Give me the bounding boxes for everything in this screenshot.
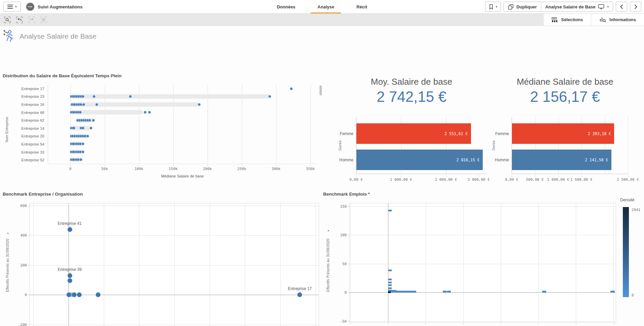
caret-down-icon: ▾ (496, 5, 498, 8)
density-bin[interactable] (388, 284, 392, 286)
data-point-label: Entreprise 41 (58, 221, 82, 226)
data-point-dot[interactable] (90, 127, 93, 130)
density-bin[interactable] (542, 291, 546, 292)
data-point-dot[interactable] (92, 119, 95, 122)
x-axis-tick-label: 350k (306, 167, 315, 171)
bookmark-icon (489, 4, 493, 10)
value-range-band[interactable] (71, 110, 143, 115)
previous-sheet-button[interactable] (616, 2, 627, 12)
step-back-selection-button[interactable] (15, 15, 24, 25)
global-menu-button[interactable]: ▾ (3, 2, 21, 12)
data-point[interactable] (68, 278, 72, 283)
value-range-band[interactable] (71, 102, 199, 107)
data-point-dot[interactable] (79, 158, 82, 161)
app-title: Suivi Augmentations (38, 4, 83, 9)
density-bin[interactable] (400, 291, 403, 292)
data-point-dot[interactable] (268, 95, 271, 98)
gridline (104, 203, 104, 326)
gridline (388, 203, 388, 322)
gridline (276, 85, 276, 164)
sheet-header: Bi Analyse Salaire de Base (3, 29, 96, 44)
density-bin[interactable] (443, 291, 446, 292)
next-sheet-button[interactable] (630, 2, 641, 12)
value-range-band[interactable] (71, 94, 270, 99)
gridline (350, 235, 616, 235)
data-point-dot[interactable] (129, 95, 132, 98)
y-axis-tick-label: 100 (340, 233, 347, 237)
x-axis-tick-label: 300k (271, 167, 281, 171)
x-axis-tick-label: 1 000,00 € (547, 177, 569, 182)
duplicate-icon (508, 4, 514, 10)
density-bin[interactable] (610, 291, 614, 292)
y-axis-tick-label: 200 (20, 263, 27, 267)
data-point-dot[interactable] (73, 127, 76, 130)
gridline (315, 203, 316, 326)
density-bin[interactable] (388, 287, 392, 289)
data-point[interactable] (77, 292, 82, 297)
data-point-dot[interactable] (88, 119, 91, 122)
density-bin[interactable] (388, 279, 392, 280)
data-point-dot[interactable] (148, 111, 151, 114)
view-tabs: Données Analyse Récit (275, 0, 369, 13)
density-bin[interactable] (388, 282, 392, 283)
density-bin[interactable] (388, 291, 391, 293)
gridline (139, 203, 139, 326)
redo-selection-icon (28, 16, 35, 24)
duplicate-sheet-button[interactable]: Dupliquer (504, 2, 541, 11)
app-chip[interactable]: Suivi Augmentations (26, 3, 83, 11)
density-bin[interactable] (406, 291, 410, 292)
data-point-dot[interactable] (95, 103, 98, 106)
x-axis-tick-label: 250k (237, 167, 246, 171)
density-bin[interactable] (396, 291, 400, 292)
x-axis-ticks: 0,00 €500,00 €1 000,00 €1 500,00 €2 500,… (512, 177, 628, 183)
axis-scroll-arrow-icon: ▸ (7, 231, 9, 235)
data-point-dot[interactable] (79, 111, 82, 114)
density-bin[interactable] (388, 210, 392, 211)
data-point-dot[interactable] (81, 127, 84, 130)
y-tick-mark (348, 264, 350, 264)
data-point[interactable] (297, 292, 302, 297)
density-color-legend: Densité 2941 0 (620, 198, 644, 202)
qlik-sense-app: ▾ Suivi Augmentations Données Analyse Ré… (0, 0, 644, 326)
x-axis-tick-label: 1 500,00 € (570, 177, 592, 182)
bookmarks-button[interactable]: ▾ (485, 2, 501, 12)
y-tick-mark (28, 235, 30, 236)
selections-panel-button[interactable]: Sélections (543, 14, 591, 26)
density-bin[interactable] (410, 291, 413, 292)
y-axis-category-label: Entreprise 17 (3, 85, 48, 93)
x-axis-title: Médiane Salaire de base (48, 174, 317, 178)
tab-recit[interactable]: Récit (355, 0, 369, 13)
informations-panel-button[interactable]: Informations (591, 14, 644, 26)
chart-title: Benchmark Entreprise / Organisation (3, 192, 322, 197)
sheet-selector[interactable]: Analyse Salaire de Base ▾ (541, 2, 613, 11)
scrollbar-thumb[interactable] (319, 85, 322, 95)
data-point[interactable] (96, 292, 100, 297)
density-bin[interactable] (403, 291, 406, 292)
smart-search-button[interactable] (3, 15, 12, 25)
step-forward-selection-button[interactable] (27, 15, 36, 25)
tab-donnees[interactable]: Données (275, 0, 297, 13)
data-point[interactable] (68, 227, 72, 232)
x-axis-tick-label: 150k (169, 167, 178, 171)
density-bin[interactable] (388, 270, 392, 271)
data-point[interactable] (68, 273, 72, 278)
data-point[interactable] (72, 292, 77, 297)
data-point-dot[interactable] (144, 111, 147, 114)
density-bin[interactable] (447, 291, 451, 292)
data-point-dot[interactable] (81, 150, 84, 153)
data-point-dot[interactable] (290, 87, 293, 90)
data-point-dot[interactable] (86, 134, 89, 137)
data-point-dot[interactable] (81, 95, 84, 98)
clear-selections-button[interactable] (39, 15, 48, 25)
density-bin[interactable] (413, 291, 416, 292)
kpi-mediane-salaire: Médiane Salaire de base 2 156,17 € Genre… (486, 76, 644, 188)
data-point-dot[interactable] (82, 103, 85, 106)
category-label: Homme (339, 150, 353, 170)
data-point-dot[interactable] (81, 142, 84, 146)
tab-analyse[interactable]: Analyse (316, 0, 336, 13)
data-point-dot[interactable] (198, 103, 201, 106)
data-point-dot[interactable] (92, 95, 95, 98)
clear-selections-icon (40, 16, 47, 24)
y-axis-category-label: Entreprise 14 (3, 124, 48, 132)
density-bin[interactable] (391, 290, 396, 292)
